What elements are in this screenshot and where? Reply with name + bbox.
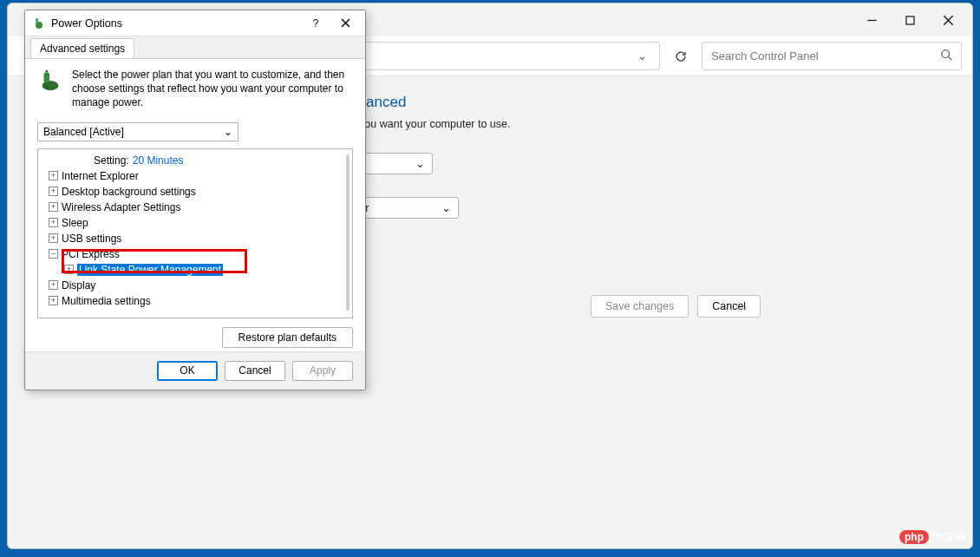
tree-item-label: Desktop background settings: [62, 186, 196, 198]
save-changes-button[interactable]: Save changes: [591, 295, 689, 318]
tree-item[interactable]: +Display: [40, 278, 350, 293]
svg-rect-1: [905, 16, 913, 23]
chevron-down-icon: ⌄: [415, 157, 425, 170]
apply-button[interactable]: Apply: [292, 361, 353, 381]
svg-rect-7: [36, 18, 38, 23]
cancel-button[interactable]: Cancel: [697, 295, 761, 318]
help-button[interactable]: ?: [301, 12, 330, 35]
svg-rect-12: [45, 70, 48, 73]
close-button[interactable]: [330, 12, 360, 35]
scrollbar[interactable]: [346, 154, 350, 311]
expand-icon[interactable]: +: [49, 218, 58, 227]
tree-item[interactable]: +Multimedia settings: [40, 293, 350, 309]
search-icon[interactable]: [940, 49, 952, 63]
tree-item-label: Wireless Adapter Settings: [62, 201, 180, 213]
cancel-button[interactable]: Cancel: [225, 361, 285, 381]
watermark-text: 中文网: [932, 529, 966, 545]
search-placeholder: Search Control Panel: [711, 49, 819, 62]
tree-item[interactable]: +Sleep: [40, 215, 350, 231]
tab-row: Advanced settings: [25, 36, 365, 58]
dialog-footer: OK Cancel Apply: [25, 351, 365, 390]
restore-defaults-button[interactable]: Restore plan defaults: [222, 327, 353, 348]
power-options-dialog: Power Options ? Advanced settings Select…: [24, 10, 366, 390]
tree-item[interactable]: –PCI Express: [40, 246, 350, 262]
advanced-settings-link[interactable]: …tings: [278, 243, 941, 255]
tree-item-label: Display: [62, 279, 95, 292]
expand-icon[interactable]: +: [49, 280, 58, 290]
svg-point-10: [42, 81, 59, 90]
tree-item-label: Link State Power Management: [77, 264, 223, 276]
tree-item-label: Sleep: [62, 217, 88, 229]
refresh-button[interactable]: [669, 44, 693, 69]
svg-rect-11: [44, 73, 50, 82]
form-row: …ep: 1 hour ⌄: [278, 197, 941, 219]
tree-item-label: Multimedia settings: [62, 295, 151, 307]
collapse-icon[interactable]: –: [49, 249, 58, 259]
dialog-title: Power Options: [51, 17, 122, 29]
battery-icon: [37, 68, 63, 94]
watermark-badge: php: [899, 530, 929, 544]
tree-item-label: PCI Express: [62, 248, 120, 260]
expand-icon[interactable]: +: [49, 171, 58, 180]
page-subtitle: …y settings that you want your computer …: [278, 118, 941, 130]
settings-tree[interactable]: Setting: 20 Minutes +Internet Explorer+D…: [37, 148, 353, 318]
expand-icon[interactable]: +: [64, 265, 74, 274]
dialog-body: Select the power plan that you want to c…: [25, 58, 365, 351]
expand-icon[interactable]: +: [49, 202, 58, 212]
tree-item[interactable]: +Wireless Adapter Settings: [40, 200, 350, 215]
svg-point-6: [36, 22, 42, 29]
tree-item-label: USB settings: [62, 233, 121, 245]
plan-select[interactable]: Balanced [Active] ⌄: [37, 122, 238, 141]
page-title: …le plan: Balanced: [278, 94, 941, 111]
svg-point-4: [942, 50, 950, 58]
dialog-titlebar: Power Options ?: [25, 10, 365, 36]
tree-setting-row: Setting: 20 Minutes: [40, 153, 350, 168]
chevron-down-icon: ⌄: [441, 201, 451, 214]
expand-icon[interactable]: +: [49, 187, 58, 196]
button-row: Save changes Cancel: [591, 295, 941, 318]
watermark: php 中文网: [899, 529, 966, 545]
link-group: …tings …his plan: [278, 243, 941, 278]
chevron-down-icon[interactable]: ⌄: [632, 49, 652, 62]
expand-icon[interactable]: +: [49, 296, 58, 305]
restore-row: Restore plan defaults: [37, 327, 353, 348]
tree-item[interactable]: +Desktop background settings: [40, 184, 350, 200]
setting-value: 20 Minutes: [133, 154, 184, 167]
maximize-button[interactable]: [891, 7, 929, 33]
tree-item[interactable]: +Internet Explorer: [40, 168, 350, 184]
restore-defaults-link[interactable]: …his plan: [278, 265, 941, 278]
power-icon: [32, 16, 46, 30]
dialog-description-row: Select the power plan that you want to c…: [37, 68, 353, 110]
chevron-down-icon: ⌄: [224, 126, 232, 138]
dialog-description: Select the power plan that you want to c…: [72, 68, 353, 110]
close-button[interactable]: [929, 7, 967, 33]
tree-item[interactable]: +USB settings: [40, 231, 350, 246]
ok-button[interactable]: OK: [157, 361, 218, 381]
tab-advanced-settings[interactable]: Advanced settings: [30, 38, 134, 58]
tree-item[interactable]: +Link State Power Management: [40, 262, 350, 278]
setting-label: Setting:: [94, 154, 129, 167]
tree-item-label: Internet Explorer: [62, 170, 139, 182]
svg-line-5: [949, 57, 952, 61]
search-input[interactable]: Search Control Panel: [702, 42, 962, 70]
minimize-button[interactable]: [853, 7, 891, 33]
form-row: 5 minutes ⌄: [278, 153, 941, 174]
expand-icon[interactable]: +: [49, 233, 58, 243]
